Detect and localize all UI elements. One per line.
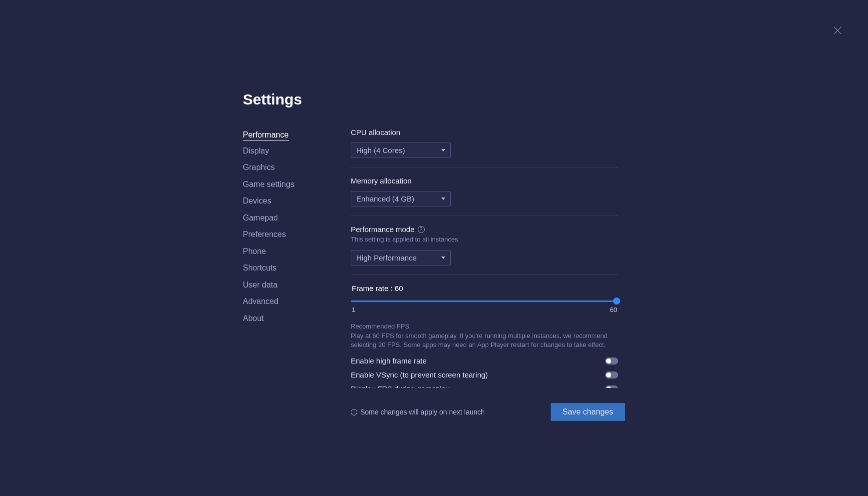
slider-thumb[interactable] — [613, 298, 620, 304]
frame-rate-label: Frame rate : 60 — [351, 284, 618, 292]
sidebar-item-display[interactable]: Display — [243, 144, 269, 158]
sidebar-item-performance[interactable]: Performance — [243, 128, 289, 141]
sidebar-item-graphics[interactable]: Graphics — [243, 160, 275, 174]
cpu-section: CPU allocation High (4 Cores) — [351, 128, 618, 168]
memory-section: Memory allocation Enhanced (4 GB) — [351, 176, 618, 216]
sidebar-item-about[interactable]: About — [243, 312, 264, 326]
cpu-select[interactable]: High (4 Cores) — [351, 142, 451, 158]
slider-max: 60 — [610, 306, 617, 314]
memory-select[interactable]: Enhanced (4 GB) — [351, 191, 451, 206]
cpu-label: CPU allocation — [351, 128, 618, 136]
chevron-down-icon — [441, 198, 445, 200]
memory-value: Enhanced (4 GB) — [356, 194, 414, 203]
perf-mode-sublabel: This setting is applied to all instances… — [351, 236, 618, 243]
help-icon[interactable]: ? — [418, 226, 425, 233]
toggle-high-frame-label: Enable high frame rate — [351, 356, 427, 365]
sidebar-item-phone[interactable]: Phone — [243, 244, 266, 258]
sidebar-item-game-settings[interactable]: Game settings — [243, 178, 294, 192]
sidebar-item-shortcuts[interactable]: Shortcuts — [243, 261, 277, 275]
perf-mode-select[interactable]: High Performance — [351, 250, 451, 266]
footer-note: i Some changes will apply on next launch — [351, 408, 485, 416]
sidebar: Performance Display Graphics Game settin… — [243, 128, 351, 421]
perf-mode-section: Performance mode ? This setting is appli… — [351, 225, 618, 275]
frame-section: Frame rate : 60 1 60 Recommended FPS Pla… — [351, 284, 618, 388]
sidebar-item-user-data[interactable]: User data — [243, 278, 277, 292]
perf-mode-label: Performance mode ? — [351, 225, 618, 234]
chevron-down-icon — [441, 256, 445, 259]
frame-rate-slider[interactable] — [351, 298, 618, 302]
toggle-display-fps[interactable] — [605, 386, 618, 388]
sidebar-item-preferences[interactable]: Preferences — [243, 228, 286, 242]
toggle-display-fps-label: Display FPS during gameplay — [351, 384, 450, 388]
toggle-vsync-label: Enable VSync (to prevent screen tearing) — [351, 370, 488, 379]
cpu-value: High (4 Cores) — [356, 146, 405, 154]
save-changes-button[interactable]: Save changes — [551, 403, 625, 421]
info-icon: i — [351, 409, 357, 416]
memory-label: Memory allocation — [351, 176, 618, 185]
perf-mode-value: High Performance — [356, 254, 417, 262]
recommended-body: Play at 60 FPS for smooth gameplay. If y… — [351, 332, 618, 350]
recommended-title: Recommended FPS — [351, 322, 618, 330]
page-title: Settings — [243, 91, 625, 108]
slider-min: 1 — [352, 306, 355, 314]
toggle-vsync[interactable] — [605, 372, 618, 378]
toggle-high-frame[interactable] — [605, 358, 618, 364]
close-button[interactable] — [833, 26, 842, 35]
sidebar-item-advanced[interactable]: Advanced — [243, 294, 278, 308]
settings-content: CPU allocation High (4 Cores) Memory all… — [351, 128, 625, 388]
chevron-down-icon — [441, 149, 445, 152]
sidebar-item-devices[interactable]: Devices — [243, 194, 271, 208]
sidebar-item-gamepad[interactable]: Gamepad — [243, 211, 278, 225]
footer: i Some changes will apply on next launch… — [351, 403, 625, 421]
